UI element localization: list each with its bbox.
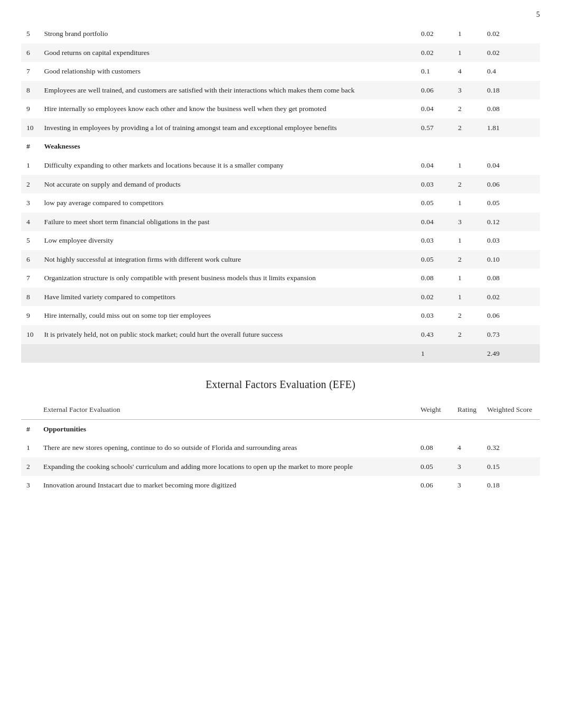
row-rating: 1 [453, 193, 482, 213]
efe-header-desc: External Factor Evaluation [38, 400, 415, 419]
row-rating: 2 [453, 325, 482, 344]
row-description: Innovation around Instacart due to marke… [38, 476, 415, 495]
row-weighted-score: 2.49 [482, 344, 540, 363]
efe-header-row: External Factor Evaluation Weight Rating… [21, 400, 540, 419]
row-description: Failure to meet short term financial obl… [39, 213, 416, 232]
row-rating: 1 [453, 269, 482, 288]
row-description: It is privately held, not on public stoc… [39, 325, 416, 344]
efe-header-weight: Weight [415, 400, 452, 419]
table-row: 7Organization structure is only compatib… [21, 269, 540, 288]
row-weight: 1 [416, 344, 453, 363]
row-rating: 2 [453, 306, 482, 325]
row-weighted-score: 0.02 [482, 288, 540, 307]
row-rating: 2 [453, 99, 482, 118]
table-row: 12.49 [21, 344, 540, 363]
row-number: 6 [21, 43, 39, 62]
row-weight: 0.03 [416, 231, 453, 250]
row-rating: 3 [453, 213, 482, 232]
row-description: Expanding the cooking schools' curriculu… [38, 457, 415, 476]
row-rating: 2 [453, 118, 482, 137]
table-row: 10It is privately held, not on public st… [21, 325, 540, 344]
row-number: 9 [21, 99, 39, 118]
row-number: 8 [21, 81, 39, 100]
row-rating: 3 [452, 457, 482, 476]
table-row: #Opportunities [21, 419, 540, 438]
row-rating: 1 [453, 231, 482, 250]
row-number: 2 [21, 457, 38, 476]
row-rating [453, 137, 482, 156]
row-number: 3 [21, 476, 38, 495]
row-weighted-score: 0.08 [482, 269, 540, 288]
row-weighted-score: 1.81 [482, 118, 540, 137]
table-row: 4Failure to meet short term financial ob… [21, 213, 540, 232]
row-weighted-score [482, 137, 540, 156]
efe-header-rating: Rating [452, 400, 482, 419]
row-weighted-score: 0.04 [482, 156, 540, 175]
row-weighted-score: 0.10 [482, 250, 540, 269]
row-number: 2 [21, 175, 39, 194]
row-number: 1 [21, 156, 39, 175]
row-description: Organization structure is only compatibl… [39, 269, 416, 288]
row-weighted-score: 0.03 [482, 231, 540, 250]
row-weight: 0.03 [416, 306, 453, 325]
row-rating [453, 344, 482, 363]
row-weight: 0.04 [416, 99, 453, 118]
row-number: 8 [21, 288, 39, 307]
row-number: 10 [21, 325, 39, 344]
row-description: low pay average compared to competitors [39, 193, 416, 213]
row-weighted-score: 0.15 [482, 457, 540, 476]
row-rating: 2 [453, 175, 482, 194]
row-description: Good returns on capital expenditures [39, 43, 416, 62]
row-weight: 0.02 [416, 24, 453, 43]
page-number: 5 [21, 11, 540, 19]
row-description: Hire internally, could miss out on some … [39, 306, 416, 325]
row-rating: 4 [452, 438, 482, 457]
row-description: Not accurate on supply and demand of pro… [39, 175, 416, 194]
table-row: #Weaknesses [21, 137, 540, 156]
row-description: There are new stores opening, continue t… [38, 438, 415, 457]
row-number: 7 [21, 269, 39, 288]
row-number: 5 [21, 24, 39, 43]
efe-table: External Factor Evaluation Weight Rating… [21, 400, 540, 495]
row-weight: 0.04 [416, 156, 453, 175]
table-row: 8Employees are well trained, and custome… [21, 81, 540, 100]
row-description: Have limited variety compared to competi… [39, 288, 416, 307]
row-weight: 0.06 [416, 81, 453, 100]
row-rating: 3 [452, 476, 482, 495]
table-row: 1There are new stores opening, continue … [21, 438, 540, 457]
row-rating: 3 [453, 81, 482, 100]
row-weight: 0.05 [416, 193, 453, 213]
row-weighted-score: 0.18 [482, 81, 540, 100]
table-row: 2Not accurate on supply and demand of pr… [21, 175, 540, 194]
efe-header-wscore: Weighted Score [482, 400, 540, 419]
row-description [39, 344, 416, 363]
row-number: 5 [21, 231, 39, 250]
row-description: Employees are well trained, and customer… [39, 81, 416, 100]
row-weight [416, 137, 453, 156]
row-weighted-score: 0.05 [482, 193, 540, 213]
row-weighted-score: 0.32 [482, 438, 540, 457]
row-weighted-score [482, 419, 540, 438]
row-weighted-score: 0.08 [482, 99, 540, 118]
row-number: 3 [21, 193, 39, 213]
row-number: # [21, 419, 38, 438]
efe-section-title: External Factors Evaluation (EFE) [21, 379, 540, 391]
row-number: 1 [21, 438, 38, 457]
row-rating [452, 419, 482, 438]
row-rating: 1 [453, 24, 482, 43]
row-weight: 0.57 [416, 118, 453, 137]
row-rating: 1 [453, 43, 482, 62]
table-row: 10Investing in employees by providing a … [21, 118, 540, 137]
row-weight: 0.43 [416, 325, 453, 344]
ife-table: 5Strong brand portfolio0.0210.026Good re… [21, 24, 540, 363]
table-row: 9Hire internally so employees know each … [21, 99, 540, 118]
row-weighted-score: 0.18 [482, 476, 540, 495]
table-row: 1Difficulty expanding to other markets a… [21, 156, 540, 175]
row-number: 9 [21, 306, 39, 325]
row-weight: 0.05 [416, 250, 453, 269]
table-row: 7Good relationship with customers0.140.4 [21, 62, 540, 81]
row-weighted-score: 0.02 [482, 43, 540, 62]
row-rating: 4 [453, 62, 482, 81]
row-weight: 0.05 [415, 457, 452, 476]
row-weighted-score: 0.12 [482, 213, 540, 232]
